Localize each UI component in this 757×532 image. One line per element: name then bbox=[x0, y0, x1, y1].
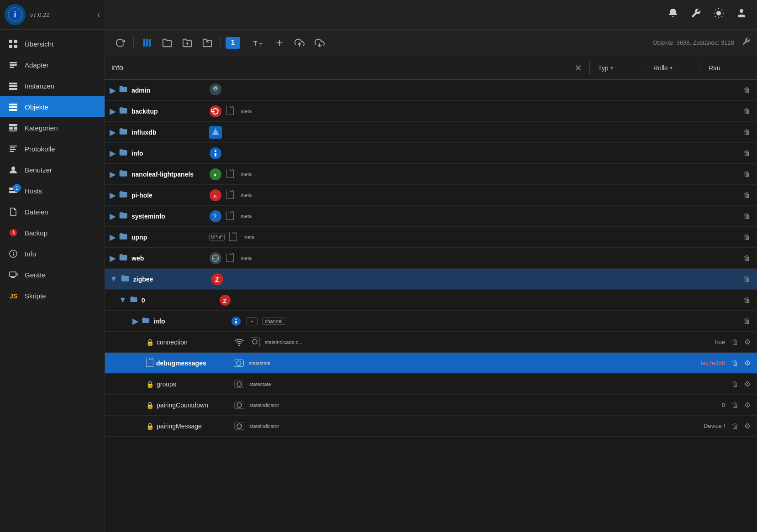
info-circle-icon bbox=[8, 249, 18, 259]
row-name-info: info bbox=[131, 150, 205, 157]
delete-button[interactable]: 🗑 bbox=[741, 190, 752, 200]
state-circle-box bbox=[234, 360, 244, 367]
table-row-groups[interactable]: 🔒 groups statestate 🗑 ⚙ bbox=[105, 374, 757, 395]
sidebar-item-dateien[interactable]: Dateien bbox=[0, 201, 105, 222]
add-button[interactable] bbox=[271, 36, 288, 50]
sidebar-item-kategorien[interactable]: Kategorien bbox=[0, 117, 105, 138]
upload-button[interactable] bbox=[291, 36, 308, 50]
row-name-zigbee-0: 0 bbox=[142, 297, 215, 304]
settings-button[interactable]: ⚙ bbox=[742, 421, 752, 431]
connection-value: true bbox=[715, 339, 725, 345]
sidebar-collapse-button[interactable]: ‹ bbox=[97, 10, 100, 20]
sidebar-item-skripte[interactable]: JS Skripte bbox=[0, 285, 105, 306]
sidebar-item-benutzer[interactable]: Benutzer bbox=[0, 159, 105, 180]
theme-icon[interactable] bbox=[711, 8, 726, 21]
sidebar-item-objekte[interactable]: Objekte bbox=[0, 96, 105, 117]
row-name-influxdb: influxdb bbox=[131, 129, 205, 136]
table-row[interactable]: ▶ web meta 🗑 bbox=[105, 248, 757, 269]
delete-button[interactable]: 🗑 bbox=[730, 358, 741, 368]
folder-open-button[interactable] bbox=[199, 36, 216, 50]
view-columns-button[interactable] bbox=[138, 36, 156, 50]
search-input[interactable] bbox=[111, 60, 572, 76]
row-name-pihole: pi-hole bbox=[131, 192, 205, 199]
table-row[interactable]: ▶ upnp UPnP meta 🗑 bbox=[105, 227, 757, 248]
svg-rect-12 bbox=[9, 104, 17, 105]
rolle-filter-arrow: ▾ bbox=[670, 65, 673, 71]
table-row[interactable]: ▶ nanoleaf-lightpanels ✦ meta 🗑 bbox=[105, 164, 757, 185]
delete-button[interactable]: 🗑 bbox=[741, 85, 752, 95]
row-actions-systeminfo: 🗑 bbox=[741, 211, 752, 221]
settings-button[interactable]: ⚙ bbox=[742, 400, 752, 410]
svg-rect-11 bbox=[9, 88, 17, 90]
folder-view-button[interactable] bbox=[158, 36, 176, 50]
delete-button[interactable]: 🗑 bbox=[741, 232, 752, 242]
sidebar-item-hosts[interactable]: Hosts 1 bbox=[0, 180, 105, 201]
settings-button[interactable]: ⚙ bbox=[742, 337, 752, 347]
sidebar-item-instanzen[interactable]: Instanzen bbox=[0, 75, 105, 96]
row-name-admin: admin bbox=[131, 87, 205, 94]
delete-button[interactable]: 🗑 bbox=[741, 316, 752, 326]
table-row[interactable]: ▶ admin 🗑 bbox=[105, 80, 757, 101]
raum-filter[interactable]: Rau bbox=[705, 63, 751, 73]
download-button[interactable] bbox=[311, 36, 328, 50]
sidebar-item-protokolle[interactable]: Protokolle bbox=[0, 138, 105, 159]
delete-button[interactable]: 🗑 bbox=[730, 400, 741, 410]
text-size-button[interactable]: T T bbox=[250, 36, 268, 50]
table-row-zigbee-0[interactable]: ▼ 0 Z 🗑 bbox=[105, 290, 757, 311]
table-row-debugmessages[interactable]: debugmessages statestate fec7e3d8 🗑 ⚙ bbox=[105, 353, 757, 374]
table-row-zigbee[interactable]: ▼ zigbee Z 🗑 bbox=[105, 269, 757, 290]
folder-closed-button[interactable] bbox=[179, 36, 196, 50]
sidebar-item-adapter[interactable]: Adapter bbox=[0, 54, 105, 75]
table-row[interactable]: ▶ info 🗑 bbox=[105, 143, 757, 164]
table-row[interactable]: ▶ pi-hole π meta 🗑 bbox=[105, 185, 757, 206]
filter-1-button[interactable]: 1 bbox=[226, 37, 240, 49]
folder-collapse-icon: ▼ bbox=[119, 295, 127, 305]
delete-button[interactable]: 🗑 bbox=[741, 211, 752, 221]
typ-filter[interactable]: Typ ▾ bbox=[594, 63, 640, 73]
search-clear-button[interactable]: ✕ bbox=[572, 63, 585, 73]
row-actions-web: 🗑 bbox=[741, 253, 752, 263]
web-icon bbox=[209, 252, 222, 265]
table-row-pairingcountdown[interactable]: 🔒 pairingCountdown stateindicator 0 🗑 ⚙ bbox=[105, 395, 757, 416]
sidebar-item-backup[interactable]: Backup bbox=[0, 222, 105, 243]
delete-button[interactable]: 🗑 bbox=[741, 274, 752, 284]
table-row[interactable]: ▶ systeminfo ? meta 🗑 bbox=[105, 206, 757, 227]
delete-button[interactable]: 🗑 bbox=[741, 169, 752, 179]
refresh-button[interactable] bbox=[111, 36, 129, 50]
rolle-filter[interactable]: Rolle ▾ bbox=[650, 63, 695, 73]
notification-bell-icon[interactable] bbox=[666, 8, 680, 21]
pihole-icon: π bbox=[209, 189, 222, 202]
svg-point-77 bbox=[237, 382, 242, 386]
sidebar-item-geraete[interactable]: Geräte bbox=[0, 264, 105, 285]
row-actions-connection: 🗑 ⚙ bbox=[730, 337, 752, 347]
table-row[interactable]: ▶ backitup meta 🗑 bbox=[105, 101, 757, 122]
delete-button[interactable]: 🗑 bbox=[741, 253, 752, 263]
channel-icon bbox=[247, 317, 258, 325]
table-row-connection[interactable]: 🔒 connection stateindicator.c... true 🗑 … bbox=[105, 332, 757, 353]
svg-rect-20 bbox=[10, 147, 15, 148]
user-profile-icon[interactable] bbox=[734, 8, 749, 21]
delete-button[interactable]: 🗑 bbox=[741, 106, 752, 116]
delete-button[interactable]: 🗑 bbox=[741, 127, 752, 137]
app-version: v7.0.22 bbox=[30, 11, 93, 18]
table-row-zigbee-info[interactable]: ▶ info channel 🗑 bbox=[105, 311, 757, 332]
scripts-icon: JS bbox=[8, 291, 18, 301]
settings-button[interactable]: ⚙ bbox=[742, 379, 752, 389]
table-row-pairingmessage[interactable]: 🔒 pairingMessage stateindicator Device !… bbox=[105, 416, 757, 437]
sidebar-item-label: Kategorien bbox=[25, 124, 58, 132]
delete-button[interactable]: 🗑 bbox=[730, 337, 741, 347]
folder-expand-icon: ▶ bbox=[110, 190, 116, 200]
table-row[interactable]: ▶ influxdb 🗑 bbox=[105, 122, 757, 143]
folder-expand-icon: ▶ bbox=[110, 211, 116, 221]
raum-filter-label: Rau bbox=[709, 64, 720, 72]
sidebar-item-uebersicht[interactable]: Übersicht bbox=[0, 33, 105, 54]
toolbar-settings-icon[interactable] bbox=[741, 37, 751, 48]
delete-button[interactable]: 🗑 bbox=[741, 148, 752, 158]
sidebar-item-info[interactable]: Info bbox=[0, 243, 105, 264]
svg-rect-31 bbox=[13, 254, 14, 256]
settings-wrench-icon[interactable] bbox=[689, 8, 703, 21]
delete-button[interactable]: 🗑 bbox=[741, 295, 752, 305]
settings-button[interactable]: ⚙ bbox=[742, 358, 752, 368]
delete-button[interactable]: 🗑 bbox=[730, 421, 741, 431]
delete-button[interactable]: 🗑 bbox=[730, 379, 741, 389]
